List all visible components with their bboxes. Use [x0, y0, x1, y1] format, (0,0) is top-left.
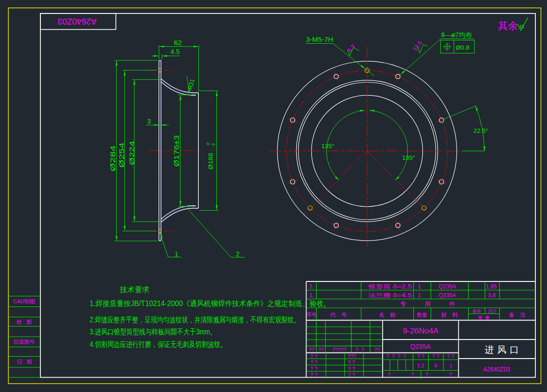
svg-text:单件: 单件: [472, 308, 481, 314]
svg-text:Ø254: Ø254: [118, 143, 125, 168]
svg-text:1.焊接质量按JB/T10214-2000《通风机铆焊件技术: 1.焊接质量按JB/T10214-2000《通风机铆焊件技术条件》之规定制造、验…: [90, 300, 331, 307]
svg-text:?: ?: [449, 372, 452, 377]
svg-text:序号: 序号: [306, 312, 317, 318]
svg-text:校 图: 校 图: [16, 319, 32, 325]
svg-text:1:2: 1:2: [417, 363, 424, 368]
svg-text:?: ?: [388, 372, 391, 377]
svg-text:1: 1: [418, 283, 421, 290]
svg-text:旧底图号: 旧底图号: [13, 339, 35, 345]
svg-text:A2640Z03: A2640Z03: [58, 17, 97, 26]
svg-text:1: 1: [449, 363, 452, 368]
svg-text:日 期: 日 期: [17, 359, 32, 365]
svg-text:锥形筒 δ=2.5: 锥形筒 δ=2.5: [368, 283, 412, 290]
svg-text:8—ø7均布: 8—ø7均布: [441, 31, 472, 39]
svg-text:0: 0: [205, 143, 210, 145]
svg-text:62: 62: [174, 39, 182, 46]
svg-text:Q235A: Q235A: [439, 283, 456, 290]
svg-text:Ø224: Ø224: [128, 141, 136, 165]
svg-text:??: ??: [318, 347, 324, 353]
svg-text:?: ?: [425, 372, 428, 377]
svg-text:Ø176±3: Ø176±3: [173, 135, 180, 167]
svg-text:技术要求: 技术要求: [119, 286, 150, 294]
svg-text:??: ??: [374, 347, 380, 353]
svg-text:3.进风口锥型筒型线与样板间隙不大于3mm。: 3.进风口锥型筒型线与样板间隙不大于3mm。: [90, 328, 216, 336]
svg-text:4.切割周边应进行打磨，保证无毛刺及切割波纹。: 4.切割周边应进行打磨，保证无毛刺及切割波纹。: [90, 340, 227, 348]
svg-text:? ?: ? ?: [432, 353, 439, 359]
svg-text:6: 6: [434, 363, 437, 368]
svg-text:名 称: 名 称: [379, 312, 396, 318]
svg-text:? ?: ? ?: [310, 366, 317, 372]
svg-text:135°: 135°: [402, 154, 415, 161]
svg-text:法兰圈 δ=4.5: 法兰圈 δ=4.5: [368, 292, 412, 299]
svg-text:专 用 件: 专 用 件: [400, 301, 455, 307]
svg-text:3.8: 3.8: [488, 292, 496, 299]
svg-text:CAD制图: CAD制图: [13, 299, 35, 304]
svg-text:? ?: ? ?: [447, 353, 454, 359]
svg-text:Ø188: Ø188: [207, 153, 214, 170]
svg-text:3: 3: [147, 118, 151, 125]
svg-text:? ?: ? ?: [310, 359, 317, 365]
svg-text:进 风 口: 进 风 口: [485, 345, 519, 355]
svg-text:22.5°: 22.5°: [474, 127, 488, 134]
svg-text:?????: ?????: [332, 347, 347, 353]
svg-text:? ?: ? ?: [356, 347, 364, 353]
svg-text:-2: -2: [210, 143, 215, 147]
svg-text:A2640Z03: A2640Z03: [483, 365, 510, 373]
svg-text:2.焊缝应整齐平整，呈现均匀波纹状，并清除溅屑与熔渣，不得有: 2.焊缝应整齐平整，呈现均匀波纹状，并清除溅屑与熔渣，不得有宏观裂纹。: [90, 316, 300, 324]
svg-text:? ?: ? ?: [310, 372, 317, 378]
svg-text:1.95: 1.95: [486, 283, 497, 290]
svg-text:总计: 总计: [488, 308, 497, 314]
svg-text:Q235A: Q235A: [439, 292, 456, 299]
svg-text:2.: 2.: [309, 283, 314, 290]
svg-text:????: ????: [386, 353, 409, 359]
svg-text:4.5: 4.5: [170, 48, 180, 55]
svg-text:? ?: ? ?: [310, 353, 317, 359]
svg-text:? ?: ? ?: [348, 372, 355, 378]
svg-text:其余: 其余: [498, 20, 518, 32]
svg-text:135°: 135°: [321, 143, 334, 150]
svg-text:???: ???: [348, 353, 356, 359]
svg-text:备 注: 备 注: [509, 312, 526, 318]
svg-text:Q235A: Q235A: [410, 343, 431, 350]
svg-text:? ?: ? ?: [417, 353, 424, 359]
svg-text:1: 1: [175, 250, 178, 258]
svg-text:数量: 数量: [417, 312, 427, 318]
svg-text:9-26No4A: 9-26No4A: [403, 327, 439, 335]
svg-text:??: ??: [309, 347, 314, 353]
svg-text:Ø0.8: Ø0.8: [456, 44, 469, 51]
svg-text:Ø284: Ø284: [109, 145, 117, 171]
svg-text:1: 1: [418, 292, 421, 299]
svg-text:? ?: ? ?: [348, 366, 355, 372]
svg-text:1.: 1.: [309, 292, 314, 299]
svg-text:2: 2: [236, 250, 240, 258]
svg-text:重 量: 重 量: [478, 315, 490, 320]
svg-text:3-M5-7H: 3-M5-7H: [306, 35, 333, 43]
svg-text:? ?: ? ?: [348, 359, 355, 365]
svg-text:?: ?: [411, 372, 414, 377]
